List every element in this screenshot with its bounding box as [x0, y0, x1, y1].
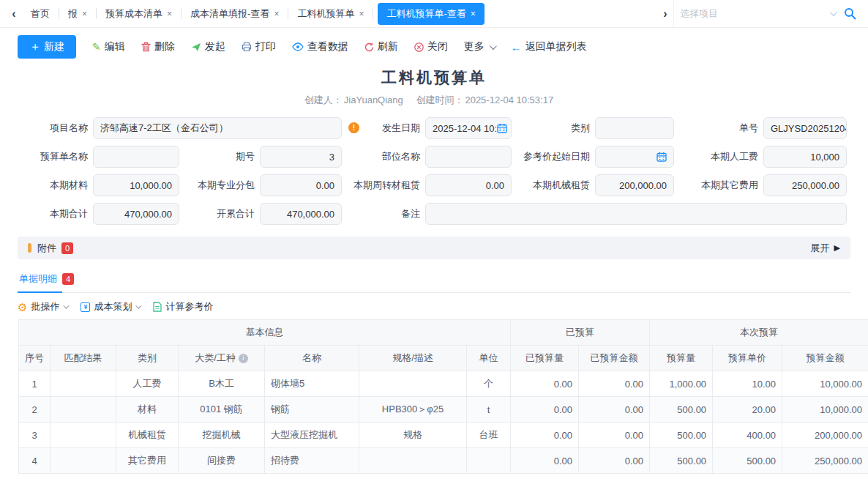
table-cell[interactable] — [50, 423, 116, 448]
tabs-scroll-left-icon[interactable]: ‹ — [6, 7, 22, 21]
initiate-button[interactable]: 发起 — [191, 40, 225, 53]
material-cost-field[interactable]: 10,000.00 — [93, 174, 179, 196]
table-cell[interactable]: B木工 — [179, 371, 265, 397]
table-cell[interactable]: 10,000.00 — [782, 371, 868, 397]
other-cost-field[interactable]: 250,000.00 — [763, 174, 847, 196]
tab-partial[interactable]: 报× — [59, 3, 96, 25]
labor-cost-field[interactable]: 10,000 — [763, 146, 847, 168]
table-cell[interactable]: 间接费 — [179, 448, 265, 474]
table-cell[interactable]: HPB300＞φ25 — [359, 397, 467, 423]
table-cell[interactable]: 0.00 — [579, 397, 650, 423]
table-cell[interactable]: t — [467, 397, 511, 423]
search-icon[interactable] — [844, 7, 856, 20]
calendar-icon[interactable] — [656, 152, 667, 162]
period-total-field[interactable]: 470,000.00 — [93, 203, 179, 225]
table-cell[interactable]: 2 — [19, 397, 50, 423]
project-select[interactable]: 选择项目 — [673, 0, 862, 27]
table-cell[interactable]: 200,000.00 — [782, 423, 868, 448]
table-cell[interactable]: 4 — [19, 448, 50, 474]
table-cell[interactable]: 招待费 — [265, 448, 359, 474]
table-cell[interactable]: 10.00 — [713, 371, 782, 397]
col-budgeted-amount[interactable]: 已预算金额 — [579, 346, 650, 371]
part-name-field[interactable] — [425, 146, 512, 168]
close-icon[interactable]: × — [274, 9, 279, 19]
table-cell[interactable]: 0.00 — [511, 371, 579, 397]
col-name[interactable]: 名称 — [265, 346, 359, 371]
table-cell[interactable]: 钢筋 — [265, 397, 359, 423]
table-cell[interactable]: 人工费 — [116, 371, 179, 397]
table-cell[interactable]: 400.00 — [713, 423, 782, 448]
table-cell[interactable] — [50, 371, 116, 397]
table-cell[interactable] — [359, 448, 467, 474]
machine-rent-field[interactable]: 200,000.00 — [595, 174, 674, 196]
table-row[interactable]: 1人工费B木工砌体墙5个0.000.001,000.0010.0010,000.… — [19, 371, 868, 397]
table-cell[interactable]: 0.00 — [511, 423, 579, 448]
category-field[interactable] — [595, 117, 674, 139]
table-cell[interactable]: 0101 钢筋 — [179, 397, 265, 423]
budget-name-field[interactable] — [93, 146, 179, 168]
accum-total-field[interactable]: 470,000.00 — [260, 203, 342, 225]
back-to-list-button[interactable]: ←返回单据列表 — [511, 40, 587, 53]
col-budget-amount[interactable]: 预算金额 — [782, 346, 868, 371]
close-icon[interactable]: × — [167, 9, 172, 19]
table-cell[interactable]: 20.00 — [713, 397, 782, 423]
doc-no-field[interactable]: GLJYSD202512040 — [763, 117, 847, 139]
calc-reference-price-button[interactable]: 计算参考价 — [153, 300, 213, 313]
col-unit[interactable]: 单位 — [467, 346, 511, 371]
table-cell[interactable]: 3 — [19, 423, 50, 448]
tab-home[interactable]: 首页 — [22, 3, 59, 25]
print-button[interactable]: 打印 — [242, 40, 276, 53]
ref-price-start-field[interactable] — [595, 146, 674, 168]
table-cell[interactable]: 10,000.00 — [782, 397, 868, 423]
tab-glj-budget-view-active[interactable]: 工料机预算单-查看× — [378, 3, 484, 25]
col-seq[interactable]: 序号 — [19, 346, 50, 371]
table-cell[interactable]: 规格 — [359, 423, 467, 448]
table-cell[interactable]: 砌体墙5 — [265, 371, 359, 397]
table-cell[interactable]: 1 — [19, 371, 50, 397]
table-row[interactable]: 4其它费用间接费招待费0.000.00500.00500.00250,000.0… — [19, 448, 868, 474]
table-cell[interactable] — [467, 448, 511, 474]
table-cell[interactable]: 挖掘机械 — [179, 423, 265, 448]
new-button[interactable]: ＋新建 — [18, 35, 76, 59]
table-row[interactable]: 3机械租赁挖掘机械大型液压挖掘机规格台班0.000.00500.00400.00… — [19, 423, 868, 448]
table-cell[interactable] — [50, 397, 116, 423]
close-icon[interactable]: × — [359, 9, 364, 19]
table-cell[interactable] — [359, 371, 467, 397]
view-data-button[interactable]: 查看数据 — [292, 40, 348, 53]
table-cell[interactable]: 500.00 — [650, 423, 713, 448]
table-cell[interactable]: 0.00 — [511, 397, 579, 423]
more-button[interactable]: 更多 — [464, 40, 495, 53]
close-icon[interactable]: × — [471, 9, 476, 19]
period-no-field[interactable]: 3 — [260, 146, 342, 168]
col-budgeted-qty[interactable]: 已预算量 — [511, 346, 579, 371]
subcontract-field[interactable]: 0.00 — [260, 174, 342, 196]
close-doc-button[interactable]: 关闭 — [414, 40, 448, 53]
table-cell[interactable]: 台班 — [467, 423, 511, 448]
table-cell[interactable]: 1,000.00 — [650, 371, 713, 397]
tab-budget-cost-list[interactable]: 预算成本清单× — [97, 3, 181, 25]
table-cell[interactable]: 500.00 — [713, 448, 782, 474]
delete-button[interactable]: 删除 — [141, 40, 175, 53]
tab-cost-list-fill-view[interactable]: 成本清单填报-查看× — [182, 3, 288, 25]
col-spec[interactable]: 规格/描述 — [359, 346, 467, 371]
col-major-class[interactable]: 大类/工种i — [179, 346, 265, 371]
close-icon[interactable]: × — [82, 9, 87, 19]
table-cell[interactable]: 材料 — [116, 397, 179, 423]
col-category[interactable]: 类别 — [116, 346, 179, 371]
refresh-button[interactable]: 刷新 — [364, 40, 398, 53]
attachment-bar[interactable]: 附件 0 展开 ▶ — [18, 237, 850, 259]
table-cell[interactable]: 500.00 — [650, 448, 713, 474]
edit-button[interactable]: ✎编辑 — [92, 40, 125, 53]
table-cell[interactable]: 机械租赁 — [116, 423, 179, 448]
expand-toggle[interactable]: 展开 ▶ — [811, 242, 840, 255]
table-cell[interactable]: 大型液压挖掘机 — [265, 423, 359, 448]
table-cell[interactable]: 0.00 — [579, 423, 650, 448]
table-cell[interactable]: 0.00 — [511, 448, 579, 474]
cost-planning-button[interactable]: ¥ 成本策划 — [81, 300, 140, 313]
table-cell[interactable]: 个 — [467, 371, 511, 397]
occur-date-field[interactable]: 2025-12-04 10: — [425, 117, 512, 139]
info-icon[interactable]: i — [239, 354, 248, 363]
table-cell[interactable] — [50, 448, 116, 474]
warning-info-icon[interactable]: ! — [348, 122, 359, 133]
tabs-scroll-right-icon[interactable]: › — [657, 7, 673, 21]
